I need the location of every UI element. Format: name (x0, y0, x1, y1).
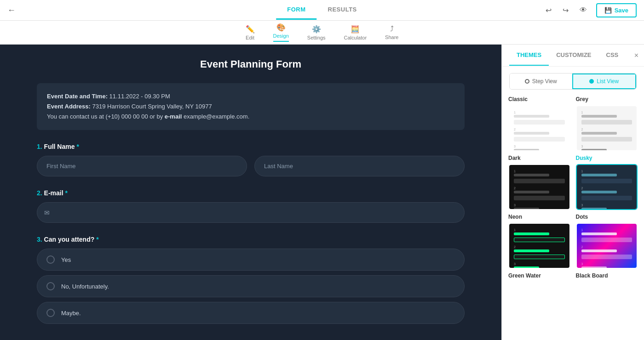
theme-group-dark: Dark 1 2 3 (508, 153, 570, 210)
field-label-fullname: 1. Full Name * (37, 143, 465, 150)
info-box: Event Date and Time: 11.11.2022 - 09.30 … (37, 83, 465, 130)
form-title: Event Planning Form (37, 58, 465, 70)
panel-tab-themes[interactable]: THEMES (509, 45, 549, 66)
email-input[interactable] (37, 202, 465, 223)
nav-right: ↩ ↪ 👁 💾 Save (544, 3, 637, 17)
undo-button[interactable]: ↩ (544, 4, 553, 17)
toolbar-edit[interactable]: ✏️ Edit (246, 25, 255, 40)
save-icon: 💾 (604, 7, 612, 14)
list-view-dot (589, 79, 594, 84)
panel-tab-customize[interactable]: CUSTOMIZE (549, 45, 598, 66)
list-view-button[interactable]: List View (572, 74, 637, 89)
theme-label-dusky: Dusky (576, 155, 638, 161)
name-inputs (37, 156, 465, 176)
email-icon: ✉ (44, 209, 50, 216)
preview-button[interactable]: 👁 (578, 4, 589, 16)
step-view-button[interactable]: Step View (510, 74, 572, 89)
radio-circle-yes (46, 255, 55, 264)
active-underline (273, 41, 289, 42)
theme-card-dark[interactable]: 1 2 3 (508, 164, 570, 210)
info-address-line: Event Address: 7319 Harrison Court Sprin… (47, 102, 454, 112)
theme-group-dusky: Dusky 1 2 3 (576, 153, 638, 210)
radio-maybe[interactable]: Maybe. (37, 302, 465, 324)
info-date-line: Event Date and Time: 11.11.2022 - 09.30 … (47, 91, 454, 102)
theme-group-classic: Classic 1 2 3 (508, 94, 570, 151)
first-name-input[interactable] (37, 156, 247, 176)
themes-row-3: Neon 1 2 3 Dots 1 2 (508, 212, 638, 269)
save-button[interactable]: 💾 Save (596, 3, 637, 17)
theme-card-classic[interactable]: 1 2 3 (508, 105, 570, 151)
theme-label-dots: Dots (576, 214, 638, 220)
theme-group-greenwater: Green Water (508, 271, 570, 282)
theme-label-neon: Neon (508, 214, 570, 220)
themes-row-1: Classic 1 2 3 Grey 1 2 (508, 94, 638, 151)
toolbar-design[interactable]: 🎨 Design (273, 23, 289, 42)
last-name-input[interactable] (254, 156, 465, 176)
field-full-name: 1. Full Name * (37, 143, 465, 176)
themes-row-2: Dark 1 2 3 Dusky 1 2 (508, 153, 638, 210)
email-wrapper: ✉ (37, 202, 465, 223)
redo-button[interactable]: ↪ (561, 4, 570, 17)
back-button[interactable]: ← (7, 6, 16, 15)
theme-label-grey: Grey (576, 96, 638, 102)
panel-tab-css[interactable]: CSS (599, 45, 626, 66)
theme-card-dots[interactable]: 1 2 3 (576, 223, 638, 269)
radio-circle-no (46, 282, 55, 290)
panel-close-button[interactable]: × (634, 51, 638, 60)
toolbar: ✏️ Edit 🎨 Design ⚙️ Settings 🧮 Calculato… (0, 21, 644, 45)
theme-card-grey[interactable]: 1 2 3 (576, 105, 638, 151)
theme-label-blackboard: Black Board (576, 272, 638, 279)
settings-icon: ⚙️ (312, 25, 321, 34)
theme-group-grey: Grey 1 2 3 (576, 94, 638, 151)
theme-group-dots: Dots 1 2 3 (576, 212, 638, 269)
toolbar-calculator[interactable]: 🧮 Calculator (344, 25, 367, 40)
right-panel: THEMES CUSTOMIZE CSS × Step View List Vi… (501, 45, 644, 340)
field-email: 2. E-mail * ✉ (37, 189, 465, 223)
view-toggle: Step View List View (509, 73, 637, 90)
field-label-attend: 3. Can you attend? * (37, 236, 465, 243)
theme-card-dusky[interactable]: 1 2 3 (576, 164, 638, 210)
step-view-dot (525, 79, 529, 84)
tab-results[interactable]: RESULTS (317, 0, 368, 20)
theme-label-greenwater: Green Water (508, 272, 570, 279)
radio-circle-maybe (46, 309, 55, 317)
theme-label-dark: Dark (508, 155, 570, 161)
theme-label-classic: Classic (508, 96, 570, 102)
field-attend: 3. Can you attend? * Yes No, Unfortunate… (37, 236, 465, 324)
field-label-email: 2. E-mail * (37, 189, 465, 197)
theme-group-neon: Neon 1 2 3 (508, 212, 570, 269)
tab-form[interactable]: FORM (276, 0, 316, 20)
toolbar-settings[interactable]: ⚙️ Settings (307, 25, 326, 40)
radio-no[interactable]: No, Unfortunately. (37, 275, 465, 297)
radio-yes[interactable]: Yes (37, 249, 465, 271)
nav-center-tabs: FORM RESULTS (276, 0, 368, 20)
themes-row-4: Green Water Black Board (508, 271, 638, 282)
panel-header: THEMES CUSTOMIZE CSS × (502, 45, 644, 67)
edit-icon: ✏️ (246, 25, 255, 34)
themes-scroll: Classic 1 2 3 Grey 1 2 (502, 94, 644, 340)
info-contact-line: You can contact us at (+10) 000 00 00 or… (47, 112, 454, 122)
form-area: Event Planning Form Event Date and Time:… (0, 45, 501, 340)
toolbar-share[interactable]: ⤴ Share (385, 25, 398, 40)
top-navigation: ← FORM RESULTS ↩ ↪ 👁 💾 Save (0, 0, 644, 21)
theme-group-blackboard: Black Board (576, 271, 638, 282)
share-icon: ⤴ (390, 25, 394, 33)
theme-card-neon[interactable]: 1 2 3 (508, 223, 570, 269)
design-icon: 🎨 (276, 23, 286, 32)
calculator-icon: 🧮 (351, 25, 360, 34)
main-content: Event Planning Form Event Date and Time:… (0, 45, 644, 340)
nav-left: ← (7, 6, 16, 15)
